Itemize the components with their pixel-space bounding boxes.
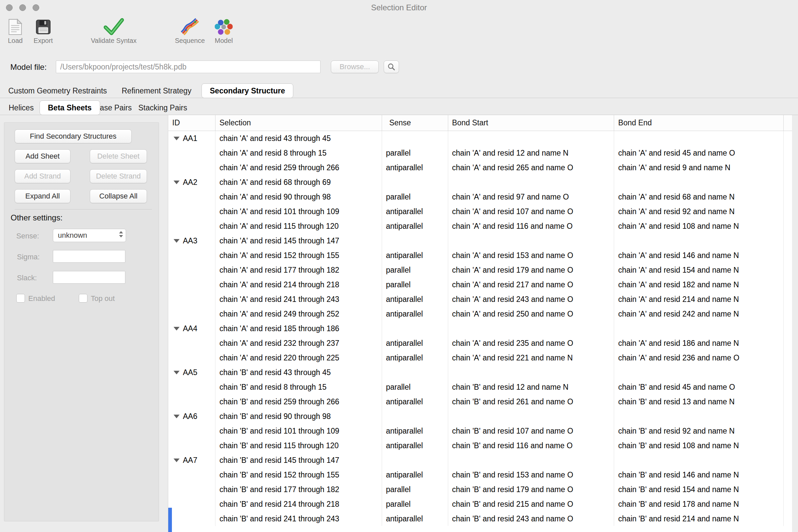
row-spacer [784,365,792,380]
row-spacer [784,424,792,438]
column-header-bond-start[interactable]: Bond Start [448,115,614,131]
bond-start-cell: chain 'A' and resid 217 and name O [448,277,614,292]
add-sheet-button[interactable]: Add Sheet [15,149,71,163]
row-spacer [784,321,792,336]
table-header: ID Selection Sense Bond Start Bond End [168,115,792,131]
table-row[interactable]: chain 'A' and resid 152 through 155antip… [168,248,792,263]
disclosure-triangle-icon[interactable] [174,458,179,462]
table-row[interactable]: AA2chain 'A' and resid 68 through 69 [168,175,792,190]
tab-beta-sheets[interactable]: Beta Sheets [40,100,100,115]
bond-end-cell: chain 'A' and resid 236 and name O [614,350,784,365]
toolbar-item-model[interactable]: Model [215,16,233,44]
sense-cell: antiparallel [382,248,448,263]
table-row[interactable]: chain 'A' and resid 220 through 225antip… [168,350,792,365]
sense-cell: antiparallel [382,307,448,321]
sense-cell: antiparallel [382,160,448,175]
table-row[interactable]: chain 'A' and resid 177 through 182paral… [168,263,792,277]
selection-cell: chain 'B' and resid 90 through 98 [215,409,382,424]
sheet-id: AA2 [183,175,197,190]
titlebar: Selection Editor [0,0,798,15]
toolbar-item-sequence[interactable]: Sequence [175,16,205,44]
tab-stacking-pairs[interactable]: Stacking Pairs [138,101,187,115]
table-row[interactable]: AA6chain 'B' and resid 90 through 98 [168,409,792,424]
toolbar-label-model: Model [215,37,233,44]
sense-cell [382,131,448,146]
bond-start-cell [448,175,614,190]
tab-refinement-strategy[interactable]: Refinement Strategy [122,84,191,98]
export-disk-icon [34,16,53,35]
table-row[interactable]: chain 'B' and resid 241 through 243antip… [168,511,792,526]
table-row[interactable]: chain 'B' and resid 8 through 15parallel… [168,380,792,394]
sigma-label: Sigma: [17,253,40,261]
bond-end-cell [614,233,784,248]
sense-dropdown: unknown [53,229,126,242]
tab-secondary-structure[interactable]: Secondary Structure [202,83,293,98]
table-row[interactable]: AA7chain 'B' and resid 145 through 147 [168,453,792,468]
bond-start-cell [448,321,614,336]
table-row[interactable]: AA3chain 'A' and resid 145 through 147 [168,233,792,248]
table-row[interactable]: AA1chain 'A' and resid 43 through 45 [168,131,792,146]
find-secondary-structures-button[interactable]: Find Secondary Structures [15,129,132,143]
sense-label: Sense: [16,232,39,241]
selection-cell: chain 'A' and resid 220 through 225 [215,350,382,365]
table-row[interactable]: chain 'A' and resid 249 through 252antip… [168,307,792,321]
bond-start-cell [448,131,614,146]
expand-all-button[interactable]: Expand All [15,189,71,203]
bond-start-cell: chain 'A' and resid 97 and name O [448,190,614,204]
table-row[interactable]: chain 'B' and resid 101 through 109antip… [168,424,792,438]
bond-start-cell: chain 'A' and resid 243 and name O [448,292,614,307]
disclosure-triangle-icon[interactable] [174,327,179,330]
column-header-selection[interactable]: Selection [215,115,382,131]
table-row[interactable]: chain 'A' and resid 101 through 109antip… [168,204,792,219]
column-header-sense[interactable]: Sense [382,115,448,131]
id-cell: AA3 [168,233,215,248]
table-row[interactable]: chain 'A' and resid 241 through 243antip… [168,292,792,307]
sense-cell: parallel [382,263,448,277]
toolbar-item-export[interactable]: Export [34,16,53,44]
disclosure-triangle-icon[interactable] [174,371,179,374]
model-file-input[interactable] [56,60,321,73]
sense-cell: parallel [382,277,448,292]
tab-base-pairs[interactable]: Base Pairs [95,101,132,115]
table-row[interactable]: chain 'B' and resid 152 through 155antip… [168,468,792,482]
table-row[interactable]: chain 'B' and resid 214 through 218paral… [168,497,792,511]
bond-start-cell: chain 'A' and resid 153 and name O [448,248,614,263]
table-row[interactable]: chain 'A' and resid 232 through 237antip… [168,336,792,350]
bond-end-cell [614,321,784,336]
table-row[interactable]: chain 'A' and resid 90 through 98paralle… [168,190,792,204]
table-row[interactable]: chain 'A' and resid 8 through 15parallel… [168,146,792,160]
table-row[interactable]: AA5chain 'B' and resid 43 through 45 [168,365,792,380]
disclosure-triangle-icon[interactable] [174,180,179,184]
toolbar-item-validate-syntax[interactable]: Validate Syntax [91,16,137,44]
table-row[interactable]: chain 'A' and resid 115 through 120antip… [168,219,792,233]
collapse-all-button[interactable]: Collapse All [90,189,147,203]
bond-end-cell: chain 'A' and resid 154 and name N [614,263,784,277]
id-cell [168,204,215,219]
tab-custom-geometry-restraints[interactable]: Custom Geometry Restraints [8,84,107,98]
table-row[interactable]: chain 'A' and resid 259 through 266antip… [168,160,792,175]
table-row[interactable]: chain 'B' and resid 259 through 266antip… [168,394,792,409]
toolbar-label-sequence: Sequence [175,37,205,44]
sense-cell: antiparallel [382,394,448,409]
disclosure-triangle-icon[interactable] [174,137,179,140]
sequence-icon [175,16,205,35]
sense-cell: antiparallel [382,219,448,233]
id-cell: AA1 [168,131,215,146]
tab-helices[interactable]: Helices [8,101,34,115]
selection-cell: chain 'B' and resid 259 through 266 [215,394,382,409]
table-row[interactable]: chain 'A' and resid 214 through 218paral… [168,277,792,292]
bond-end-cell: chain 'A' and resid 182 and name N [614,277,784,292]
search-button[interactable] [384,60,399,73]
load-document-icon [8,16,23,35]
table-row[interactable]: chain 'B' and resid 177 through 182paral… [168,482,792,497]
column-header-bond-end[interactable]: Bond End [614,115,784,131]
id-cell [168,394,215,409]
table-row[interactable]: chain 'B' and resid 115 through 120antip… [168,438,792,453]
bond-end-cell: chain 'A' and resid 242 and name N [614,307,784,321]
table-row[interactable]: AA4chain 'A' and resid 185 through 186 [168,321,792,336]
disclosure-triangle-icon[interactable] [174,415,179,418]
column-header-id[interactable]: ID [168,115,215,131]
toolbar-item-load[interactable]: Load [8,16,23,44]
disclosure-triangle-icon[interactable] [174,239,179,243]
toolbar-label-load: Load [8,37,23,44]
